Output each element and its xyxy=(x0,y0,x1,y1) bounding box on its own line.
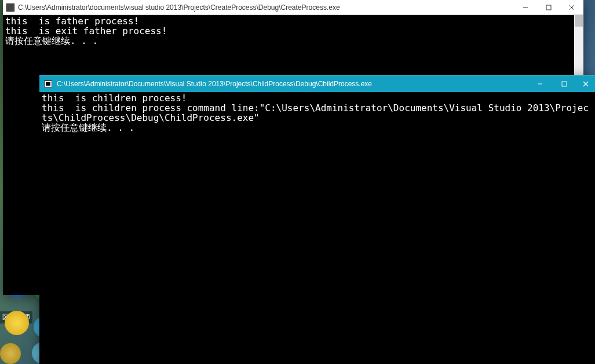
maximize-icon xyxy=(561,81,567,87)
minimize-button[interactable] xyxy=(514,0,537,14)
console-output: this is father process! this is exit fat… xyxy=(3,15,583,47)
close-icon xyxy=(583,81,589,87)
window-controls xyxy=(528,76,595,92)
console-body[interactable]: this is children process! this is childr… xyxy=(39,92,595,364)
minimize-icon xyxy=(523,5,528,10)
console-line: 请按任意键继续. . . xyxy=(42,122,134,133)
window-controls xyxy=(514,0,583,14)
desktop-shortcut-icon[interactable] xyxy=(5,311,29,335)
titlebar[interactable]: C:\Users\Administrator\documents\visual … xyxy=(3,0,583,15)
close-button[interactable] xyxy=(560,0,583,14)
console-app-icon xyxy=(6,3,14,12)
titlebar[interactable]: C:\Users\Administrator\Documents\Visual … xyxy=(39,76,595,92)
svg-rect-5 xyxy=(562,82,567,86)
desktop-shortcut-icon[interactable] xyxy=(0,343,21,364)
maximize-button[interactable] xyxy=(552,76,576,92)
minimize-button[interactable] xyxy=(528,76,552,92)
console-line: 请按任意键继续. . . xyxy=(5,35,98,46)
scrollbar-thumb[interactable] xyxy=(575,15,583,27)
console-app-icon xyxy=(44,80,52,87)
console-window-child: C:\Users\Administrator\Documents\Visual … xyxy=(39,75,595,364)
window-title: C:\Users\Administrator\Documents\Visual … xyxy=(57,80,528,88)
svg-rect-1 xyxy=(546,5,551,10)
minimize-icon xyxy=(537,81,543,87)
console-line: this is children process command line:"C… xyxy=(42,102,589,123)
console-output: this is children process! this is childr… xyxy=(39,92,595,134)
window-title: C:\Users\Administrator\documents\visual … xyxy=(18,3,514,12)
maximize-button[interactable] xyxy=(537,0,560,14)
maximize-icon xyxy=(546,5,552,10)
close-button[interactable] xyxy=(576,76,595,92)
close-icon xyxy=(569,5,575,10)
